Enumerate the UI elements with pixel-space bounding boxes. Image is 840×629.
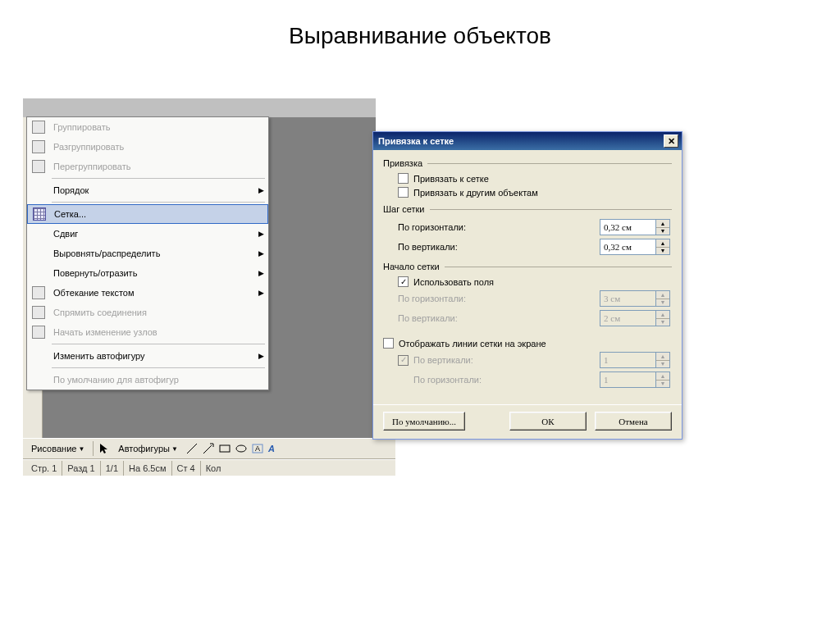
checkbox-label: Привязать к сетке	[413, 174, 672, 184]
snap-to-objects-checkbox[interactable]	[398, 187, 409, 198]
step-vertical-spinner[interactable]: ▲▼	[600, 239, 672, 255]
menu-autoshape-default[interactable]: По умолчанию для автофигур	[27, 370, 268, 390]
drawing-menu-button[interactable]: Рисование▼	[26, 440, 89, 457]
line-icon[interactable]	[185, 441, 199, 456]
svg-line-1	[203, 445, 212, 454]
origin-vertical-input	[600, 310, 655, 326]
spin-up-icon[interactable]: ▲	[656, 220, 669, 228]
drawing-toolbar: Рисование▼ Автофигуры▼ A A	[23, 438, 395, 459]
status-section: Разд 1	[62, 461, 100, 476]
status-pages: 1/1	[101, 461, 124, 476]
menu-edit-nodes[interactable]: Начать изменение узлов	[27, 322, 268, 342]
spin-up-icon: ▲	[656, 372, 669, 381]
spin-down-icon: ▼	[656, 319, 669, 326]
field-label: По вертикали:	[413, 355, 600, 365]
svg-text:A: A	[267, 444, 275, 454]
page-title: Выравнивание объектов	[0, 0, 840, 49]
menu-rotate[interactable]: Повернуть/отразить ▶	[27, 263, 268, 283]
snap-to-grid-checkbox[interactable]	[398, 173, 409, 184]
checkbox-label: Привязать к другим объектам	[413, 188, 672, 198]
menu-regroup[interactable]: Перегруппировать	[27, 157, 268, 176]
menu-label: Порядок	[50, 185, 257, 195]
spin-up-icon[interactable]: ▲	[656, 239, 669, 248]
menu-align[interactable]: Выровнять/распределить ▶	[27, 244, 268, 263]
submenu-arrow-icon: ▶	[257, 249, 265, 258]
status-page: Стр. 1	[26, 461, 62, 476]
chevron-down-icon: ▼	[171, 445, 178, 453]
default-button[interactable]: По умолчанию...	[383, 412, 465, 431]
blank-icon	[27, 181, 50, 199]
label: Рисование	[31, 444, 76, 454]
blank-icon	[27, 225, 50, 243]
cancel-button[interactable]: Отмена	[595, 412, 672, 431]
spin-down-icon: ▼	[656, 299, 669, 307]
divider	[427, 163, 672, 164]
chevron-down-icon: ▼	[78, 445, 84, 453]
menu-text-wrap[interactable]: Обтекание текстом ▶	[27, 283, 268, 303]
autoshapes-button[interactable]: Автофигуры▼	[113, 440, 183, 457]
status-bar: Стр. 1 Разд 1 1/1 На 6.5см Ст 4 Кол	[23, 459, 395, 476]
step-horizontal-input[interactable]	[600, 219, 655, 235]
spin-down-icon[interactable]: ▼	[656, 228, 669, 235]
submenu-arrow-icon: ▶	[257, 352, 265, 360]
close-button[interactable]: ✕	[664, 134, 678, 148]
origin-horizontal-spinner: ▲▼	[600, 290, 672, 307]
submenu-arrow-icon: ▶	[257, 186, 265, 194]
blank-icon	[27, 264, 50, 282]
use-margins-checkbox[interactable]: ✓	[398, 276, 409, 287]
dialog-buttons: По умолчанию... ОК Отмена	[373, 404, 682, 439]
checkbox-label: Отображать линии сетки на экране	[399, 339, 647, 349]
snap-to-grid-row: Привязать к сетке	[398, 173, 672, 184]
menu-straighten[interactable]: Спрямить соединения	[27, 303, 268, 322]
nodes-icon	[27, 323, 50, 341]
dialog-titlebar[interactable]: Привязка к сетке ✕	[373, 132, 682, 150]
submenu-arrow-icon: ▶	[257, 289, 265, 297]
menu-group[interactable]: Группировать	[27, 117, 268, 137]
svg-point-3	[236, 445, 246, 452]
spin-down-icon: ▼	[656, 381, 669, 388]
menu-separator	[52, 367, 265, 368]
oval-icon[interactable]	[234, 441, 249, 456]
display-vertical-input	[600, 352, 655, 368]
svg-rect-2	[220, 445, 230, 452]
arrow-icon[interactable]	[201, 441, 216, 456]
grid-step-section: Шаг сетки По горизонтали: ▲▼ По вертикал…	[383, 204, 672, 255]
show-gridlines-checkbox[interactable]	[383, 338, 394, 349]
wordart-icon[interactable]: A	[267, 441, 281, 456]
menu-label: Изменить автофигуру	[50, 351, 257, 361]
status-extra: Кол	[201, 461, 226, 476]
menu-label: Обтекание текстом	[50, 288, 257, 298]
field-label: По вертикали:	[398, 242, 600, 252]
step-horizontal-spinner[interactable]: ▲▼	[600, 219, 672, 235]
drawing-context-menu: Группировать Разгруппировать Перегруппир…	[26, 116, 269, 390]
menu-nudge[interactable]: Сдвиг ▶	[27, 224, 268, 244]
ok-button[interactable]: ОК	[509, 412, 587, 431]
regroup-icon	[27, 157, 50, 175]
textbox-icon[interactable]: A	[250, 441, 265, 456]
menu-ungroup[interactable]: Разгруппировать	[27, 137, 268, 157]
use-margins-row: ✓ Использовать поля	[398, 276, 672, 287]
grid-icon	[28, 205, 51, 223]
display-vertical-row: ✓ По вертикали: ▲▼	[398, 352, 672, 368]
status-col: Ст 4	[172, 461, 201, 476]
ungroup-icon	[27, 138, 50, 156]
menu-label: Сдвиг	[50, 229, 257, 239]
menu-change-autoshape[interactable]: Изменить автофигуру ▶	[27, 346, 268, 366]
menu-label: Сетка...	[51, 209, 264, 219]
menu-order[interactable]: Порядок ▶	[27, 180, 268, 200]
snap-section: Привязка Привязать к сетке Привязать к д…	[383, 158, 672, 198]
submenu-arrow-icon: ▶	[257, 230, 265, 238]
select-objects-icon[interactable]	[97, 441, 112, 456]
word-window-fragment: Группировать Разгруппировать Перегруппир…	[23, 98, 376, 121]
menu-grid[interactable]: Сетка...	[27, 204, 268, 224]
menu-label: По умолчанию для автофигур	[50, 375, 265, 385]
step-vertical-input[interactable]	[600, 239, 655, 255]
menu-label: Спрямить соединения	[50, 308, 265, 317]
spin-down-icon[interactable]: ▼	[656, 248, 669, 255]
origin-vertical-row: По вертикали: ▲▼	[398, 310, 672, 326]
rectangle-icon[interactable]	[217, 441, 232, 456]
blank-icon	[27, 347, 50, 365]
divider	[445, 267, 672, 267]
blank-icon	[27, 244, 50, 262]
divider	[430, 209, 672, 210]
